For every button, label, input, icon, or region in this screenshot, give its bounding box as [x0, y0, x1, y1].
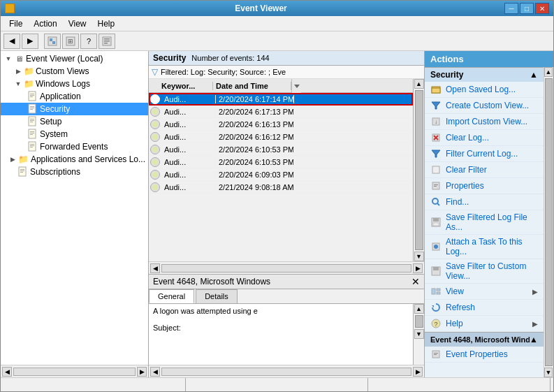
action-save-filtered[interactable]: Save Filtered Log File As... — [425, 210, 544, 235]
tree-node-app-services[interactable]: ▶ 📁 Applications and Services Lo... — [1, 153, 148, 166]
actions-section-collapse-icon[interactable]: ▲ — [530, 70, 538, 80]
expand-app-services[interactable]: ▶ — [8, 154, 18, 164]
menu-help[interactable]: Help — [92, 17, 121, 30]
maximize-button[interactable]: □ — [520, 3, 534, 14]
table-row[interactable]: Audi... 2/20/2024 6:16:13 PM — [149, 118, 413, 131]
action-help[interactable]: ? Help ▶ — [425, 316, 544, 332]
expand-root[interactable]: ▼ — [3, 54, 13, 64]
table-row[interactable]: Audi... 2/20/2024 6:10:53 PM — [149, 156, 413, 168]
forward-button[interactable]: ▶ — [22, 34, 38, 49]
hscroll-right[interactable]: ▶ — [137, 367, 147, 377]
back-button[interactable]: ◀ — [3, 34, 20, 49]
tree-node-subscriptions[interactable]: Subscriptions — [1, 166, 148, 178]
detail-vscroll-up[interactable]: ▲ — [414, 304, 424, 314]
tree-node-system[interactable]: System — [1, 128, 148, 140]
events-panel-title: Security — [153, 53, 186, 63]
table-row[interactable]: Audi... 2/20/2024 6:10:53 PM — [149, 143, 413, 156]
minimize-button[interactable]: ─ — [504, 3, 518, 14]
col-date[interactable]: Date and Time — [213, 82, 291, 90]
svg-rect-26 — [30, 144, 34, 145]
show-hide-button[interactable]: ⊞ — [62, 34, 79, 49]
status-segment-1 — [3, 378, 186, 392]
tree-node-application[interactable]: Application — [1, 90, 148, 103]
detail-hscrollbar[interactable]: ◀ ▶ — [149, 365, 424, 377]
row-icon-2 — [150, 119, 160, 129]
tree-node-root[interactable]: ▼ 🖥 Event Viewer (Local) — [1, 52, 148, 65]
action-filter-current[interactable]: Filter Current Log... — [425, 146, 544, 162]
expand-windows-logs[interactable]: ▼ — [13, 79, 23, 89]
detail-vscroll-thumb[interactable] — [415, 315, 423, 328]
close-button[interactable]: ✕ — [535, 3, 549, 14]
action-event-properties[interactable]: Event Properties — [425, 347, 544, 363]
properties-toolbar-button[interactable] — [99, 34, 115, 49]
avscroll-up[interactable]: ▲ — [544, 67, 553, 77]
avscroll-thumb[interactable] — [545, 78, 553, 366]
table-row[interactable]: Audi... 2/20/2024 6:16:12 PM — [149, 131, 413, 143]
audit-success-icon — [150, 119, 160, 129]
tab-general[interactable]: General — [149, 289, 194, 303]
tree-hscrollbar[interactable]: ◀ ▶ — [1, 365, 148, 377]
dhscroll-right[interactable]: ▶ — [413, 367, 423, 377]
table-row[interactable]: 🔍 Audi... 2/20/2024 6:17:14 PM — [149, 93, 413, 106]
thscroll-left[interactable]: ◀ — [150, 263, 160, 273]
tree-panel: ▼ 🖥 Event Viewer (Local) ▶ 📁 Custom View… — [1, 51, 149, 377]
action-attach-task[interactable]: Attach a Task To this Log... — [425, 235, 544, 259]
menu-action[interactable]: Action — [28, 17, 62, 30]
tree-scroll[interactable]: ▼ 🖥 Event Viewer (Local) ▶ 📁 Custom View… — [1, 51, 148, 365]
find-icon — [430, 196, 442, 208]
detail-vscroll-down[interactable]: ▼ — [414, 329, 424, 339]
menu-view[interactable]: View — [63, 17, 92, 30]
expand-custom-views[interactable]: ▶ — [13, 66, 23, 76]
table-row[interactable]: Audi... 2/20/2024 6:17:13 PM — [149, 106, 413, 118]
tree-node-custom-views[interactable]: ▶ 📁 Custom Views — [1, 65, 148, 78]
tree-node-forwarded[interactable]: Forwarded Events — [1, 140, 148, 153]
action-refresh[interactable]: Refresh — [425, 300, 544, 316]
vscroll-up[interactable]: ▲ — [414, 79, 424, 89]
action-find[interactable]: Find... — [425, 194, 544, 210]
help-toolbar-button[interactable]: ? — [80, 34, 97, 49]
svg-rect-20 — [30, 122, 33, 122]
action-properties[interactable]: Properties — [425, 178, 544, 194]
tab-details[interactable]: Details — [196, 289, 238, 303]
table-row[interactable]: Audi... 2/20/2024 6:09:03 PM — [149, 168, 413, 181]
actions-section-event-collapse-icon[interactable]: ▲ — [530, 335, 538, 344]
table-vscrollbar[interactable]: ▲ ▼ — [413, 79, 424, 261]
actions-list[interactable]: Security ▲ Open Saved Log... Create Cust… — [425, 67, 544, 377]
dhscroll-left[interactable]: ◀ — [150, 367, 160, 377]
thscroll-track[interactable] — [161, 264, 411, 273]
detail-content-area: A logon was attempted using e Subject: ▲… — [149, 304, 424, 365]
vscroll-thumb[interactable] — [415, 90, 423, 250]
action-save-filter-custom[interactable]: Save Filter to Custom View... — [425, 259, 544, 284]
svg-text:?: ? — [434, 321, 437, 328]
row-keyword-6: Audi... — [161, 170, 216, 179]
hscroll-track[interactable] — [13, 368, 136, 376]
row-icon-0: 🔍 — [150, 94, 160, 104]
thscroll-right[interactable]: ▶ — [413, 263, 423, 273]
action-open-saved-log[interactable]: Open Saved Log... — [425, 82, 544, 98]
action-create-custom-view[interactable]: Create Custom View... — [425, 98, 544, 114]
action-import-custom-view[interactable]: ↓ Import Custom View... — [425, 114, 544, 130]
detail-vscrollbar[interactable]: ▲ ▼ — [413, 304, 424, 365]
tree-node-security[interactable]: Security — [1, 103, 148, 115]
view-submenu-arrow: ▶ — [532, 288, 538, 296]
audit-success-icon — [150, 157, 160, 167]
action-clear-filter[interactable]: Clear Filter — [425, 162, 544, 178]
table-row[interactable]: Audi... 2/21/2024 9:08:18 AM — [149, 181, 413, 194]
table-hscrollbar[interactable]: ◀ ▶ — [149, 261, 424, 274]
hscroll-left[interactable]: ◀ — [2, 367, 12, 377]
vscroll-down[interactable]: ▼ — [414, 252, 424, 261]
tree-node-setup[interactable]: Setup — [1, 115, 148, 128]
col-keyword[interactable]: Keywor... — [159, 82, 213, 90]
svg-rect-22 — [30, 131, 34, 132]
detail-close-button[interactable]: ✕ — [411, 276, 420, 287]
col-sort-icon[interactable] — [291, 79, 301, 93]
action-view[interactable]: View ▶ — [425, 284, 544, 300]
tree-node-windows-logs[interactable]: ▼ 📁 Windows Logs — [1, 78, 148, 90]
dhscroll-track[interactable] — [161, 368, 411, 376]
events-section: Security Number of events: 144 ▽ Filtere… — [149, 51, 424, 274]
action-clear-log[interactable]: Clear Log... — [425, 130, 544, 146]
up-button[interactable] — [44, 34, 61, 49]
menu-file[interactable]: File — [3, 17, 28, 30]
actions-vscrollbar[interactable]: ▲ ▼ — [544, 67, 553, 377]
avscroll-down[interactable]: ▼ — [544, 368, 553, 377]
